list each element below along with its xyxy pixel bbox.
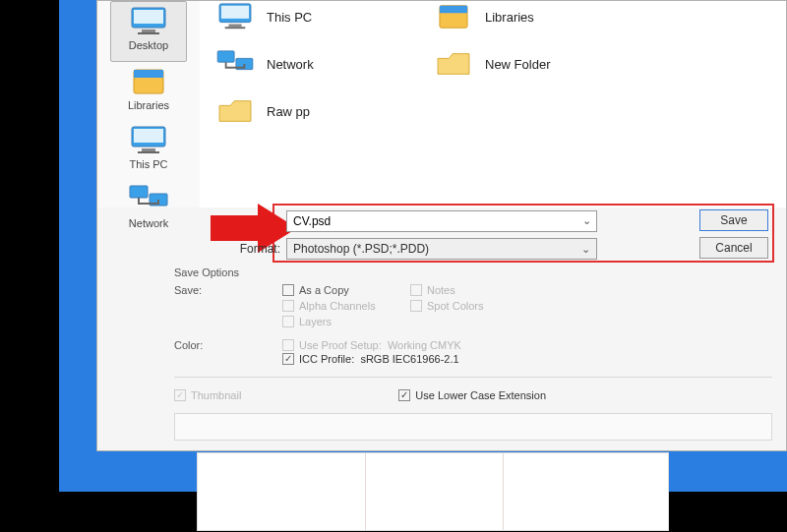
file-item-libraries[interactable]: Libraries — [432, 0, 534, 34]
check-mark-icon: ✓ — [282, 353, 294, 365]
sidebar-item-label: Network — [112, 217, 185, 229]
check-mark-icon: ✓ — [398, 389, 410, 401]
network-icon — [213, 46, 257, 82]
checkbox-icc-profile[interactable]: ✓ ICC Profile: sRGB IEC61966-2.1 — [282, 353, 772, 365]
file-item-raw-pp[interactable]: Raw pp — [213, 93, 310, 129]
file-item-network[interactable]: Network — [213, 46, 314, 82]
filename-input[interactable] — [286, 210, 597, 232]
file-item-label: Libraries — [485, 10, 534, 25]
svg-rect-14 — [228, 25, 241, 28]
checkbox-use-proof-setup: Use Proof Setup: Working CMYK — [282, 339, 772, 351]
file-item-new-folder[interactable]: New Folder — [432, 46, 550, 82]
format-label: Format: — [225, 242, 286, 256]
format-select[interactable]: Photoshop (*.PSD;*.PDD) ⌄ — [286, 238, 597, 260]
checkbox-as-a-copy[interactable]: As a Copy — [282, 284, 410, 296]
file-item-label: New Folder — [485, 57, 550, 72]
file-item-label: Network — [267, 57, 314, 72]
checkbox-alpha-channels: Alpha Channels — [282, 300, 410, 312]
folder-icon — [432, 46, 475, 82]
file-item-label: This PC — [267, 10, 312, 25]
checkbox-notes: Notes — [410, 284, 538, 296]
svg-rect-5 — [134, 70, 163, 78]
check-mark-icon: ✓ — [174, 389, 186, 401]
file-item-label: Raw pp — [267, 104, 310, 119]
checkbox-thumbnail: ✓Thumbnail — [174, 389, 241, 401]
checkbox-spot-colors: Spot Colors — [410, 300, 538, 312]
file-list-panel: This PC Libraries Network — [200, 1, 786, 207]
sidebar-item-network[interactable]: Network — [110, 180, 187, 239]
svg-rect-3 — [138, 32, 159, 34]
sidebar-item-desktop[interactable]: Desktop — [110, 1, 187, 62]
cancel-button[interactable]: Cancel — [699, 237, 768, 259]
svg-rect-1 — [134, 10, 163, 24]
save-options-header: Save Options — [174, 266, 772, 278]
svg-rect-10 — [130, 186, 148, 198]
svg-rect-17 — [440, 6, 467, 14]
checkbox-layers: Layers — [282, 316, 410, 327]
libraries-icon — [432, 0, 475, 34]
sidebar-item-libraries[interactable]: Libraries — [110, 62, 187, 121]
chevron-down-icon: ⌄ — [581, 243, 590, 256]
svg-rect-2 — [142, 30, 155, 32]
checkbox-use-lowercase-extension[interactable]: ✓Use Lower Case Extension — [398, 389, 546, 401]
sidebar-item-this-pc[interactable]: This PC — [110, 121, 187, 180]
sidebar-item-label: Desktop — [113, 39, 184, 51]
svg-rect-9 — [138, 151, 159, 153]
svg-rect-13 — [221, 6, 249, 19]
warnings-box — [174, 413, 772, 441]
sidebar-item-label: This PC — [112, 158, 185, 170]
svg-rect-18 — [217, 51, 234, 62]
save-options-panel: Save Options Save: As a Copy Notes Alpha… — [174, 266, 772, 437]
save-row-label: Save: — [174, 282, 282, 296]
svg-rect-8 — [142, 148, 155, 151]
places-sidebar: Desktop Libraries This PC — [97, 1, 200, 207]
svg-rect-15 — [225, 27, 246, 29]
svg-rect-7 — [134, 129, 163, 143]
folder-icon — [213, 93, 257, 129]
save-button[interactable]: Save — [699, 209, 768, 231]
file-item-this-pc[interactable]: This PC — [213, 0, 312, 34]
sidebar-item-label: Libraries — [112, 99, 185, 111]
this-pc-icon — [213, 0, 257, 34]
save-as-dialog: Desktop Libraries This PC — [96, 0, 787, 451]
format-value: Photoshop (*.PSD;*.PDD) — [293, 242, 429, 256]
color-row-label: Color: — [174, 337, 282, 351]
